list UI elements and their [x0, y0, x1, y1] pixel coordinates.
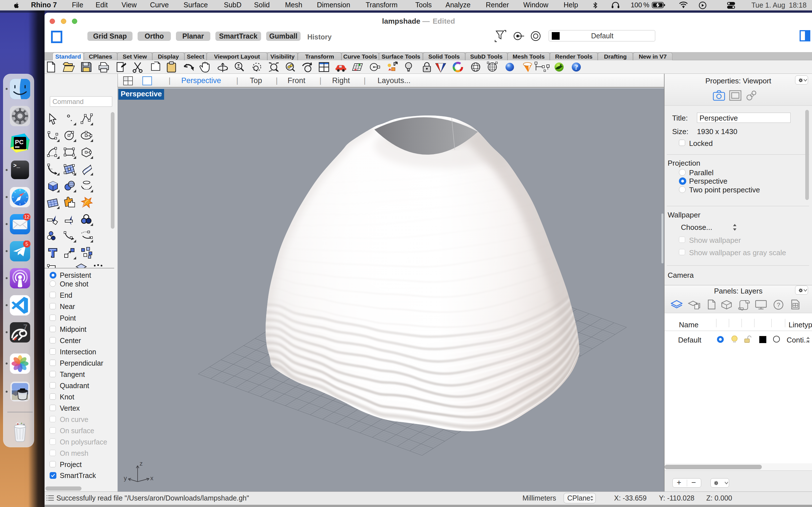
svg-text:z: z	[140, 460, 143, 467]
svg-text:?: ?	[777, 301, 780, 308]
svg-text:12: 12	[24, 214, 30, 220]
svg-text:x: x	[150, 474, 153, 482]
svg-text:5: 5	[26, 241, 28, 247]
svg-text:>_: >_	[13, 163, 20, 169]
svg-text:y: y	[124, 474, 127, 482]
svg-text:?: ?	[574, 63, 578, 71]
svg-text:PC: PC	[15, 138, 24, 146]
